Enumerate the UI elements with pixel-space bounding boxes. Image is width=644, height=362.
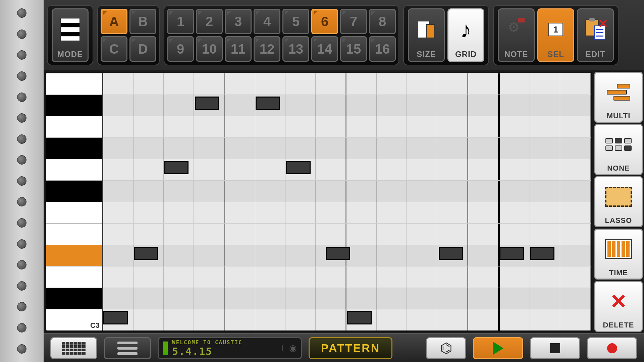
note-block[interactable] — [164, 161, 189, 174]
display-value: 5.4.15 — [172, 346, 281, 357]
edit-button[interactable]: ✕ EDIT — [577, 8, 614, 62]
rail-dot[interactable] — [17, 29, 26, 39]
sel-button[interactable]: 1 SEL — [537, 8, 574, 62]
slot-button-5[interactable]: 5 — [282, 9, 309, 34]
bank-button-b[interactable]: B — [129, 9, 156, 34]
slot-button-11[interactable]: 11 — [225, 36, 252, 62]
slot-button-6[interactable]: 6 — [311, 9, 338, 34]
time-button[interactable]: TIME — [594, 229, 643, 280]
note-button[interactable]: ⚙ NOTE — [498, 8, 535, 62]
piano-key[interactable] — [46, 223, 102, 245]
piano-roll: C3 — [45, 72, 592, 332]
pattern-button[interactable]: PATTERN — [309, 337, 392, 359]
slot-button-4[interactable]: 4 — [254, 9, 280, 34]
note-grid[interactable] — [103, 73, 591, 330]
rail-dot[interactable] — [17, 113, 26, 123]
size-button[interactable]: SIZE — [408, 8, 445, 62]
piano-keys-column: C3 — [46, 73, 103, 330]
rail-dot[interactable] — [17, 93, 26, 102]
edit-label: EDIT — [586, 50, 605, 59]
slot-button-13[interactable]: 13 — [282, 36, 309, 62]
note-block[interactable] — [530, 247, 554, 260]
note-block[interactable] — [326, 247, 350, 260]
mode-button[interactable]: MODE — [52, 8, 89, 62]
piano-key[interactable]: C3 — [46, 309, 102, 330]
piano-key[interactable] — [46, 159, 102, 180]
size-icon — [418, 21, 435, 38]
delete-button[interactable]: ✕ DELETE — [594, 281, 643, 332]
piano-key[interactable] — [46, 202, 102, 223]
mode-label: MODE — [57, 50, 83, 59]
slot-button-12[interactable]: 12 — [254, 36, 280, 62]
rail-dot[interactable] — [17, 134, 26, 144]
rail-dot[interactable] — [17, 281, 26, 291]
play-button[interactable] — [473, 337, 523, 359]
menu-button[interactable] — [104, 337, 151, 359]
display-status-icons: ⧙ ◉ — [281, 343, 297, 353]
slot-button-14[interactable]: 14 — [311, 36, 338, 62]
time-icon — [605, 239, 632, 259]
piano-key[interactable] — [46, 266, 102, 288]
note-block[interactable] — [195, 97, 219, 110]
note-block[interactable] — [347, 311, 372, 324]
bank-button-c[interactable]: C — [101, 36, 127, 62]
rail-dot[interactable] — [17, 323, 26, 333]
piano-key[interactable] — [46, 288, 102, 309]
slot-button-9[interactable]: 9 — [167, 36, 194, 62]
rail-dot[interactable] — [17, 176, 26, 186]
bank-grid: ABCD — [101, 9, 156, 62]
multi-icon — [607, 84, 630, 101]
level-meter — [163, 341, 168, 355]
stop-button[interactable] — [530, 337, 580, 359]
slot-button-10[interactable]: 10 — [196, 36, 223, 62]
note-block[interactable] — [103, 311, 128, 324]
slot-button-8[interactable]: 8 — [369, 9, 396, 34]
grid-icon — [62, 342, 86, 355]
lasso-button[interactable]: LASSO — [594, 176, 643, 227]
bank-button-a[interactable]: A — [101, 9, 127, 34]
slot-button-3[interactable]: 3 — [225, 9, 252, 34]
grid-button[interactable]: ♪ GRID — [447, 8, 484, 62]
slot-button-7[interactable]: 7 — [340, 9, 367, 34]
rail-dot[interactable] — [17, 302, 26, 311]
metronome-button[interactable]: ⌬ — [426, 337, 466, 359]
note-block[interactable] — [286, 161, 311, 174]
piano-key[interactable] — [46, 137, 102, 159]
slot-button-2[interactable]: 2 — [196, 9, 223, 34]
time-label: TIME — [609, 268, 628, 277]
rail-dot[interactable] — [17, 260, 26, 269]
lasso-icon — [605, 187, 632, 207]
note-block[interactable] — [134, 247, 158, 260]
none-label: NONE — [607, 164, 630, 173]
rail-dot[interactable] — [17, 155, 26, 165]
note-block[interactable] — [499, 247, 524, 260]
slot-button-1[interactable]: 1 — [167, 9, 194, 34]
right-tools: MULTI NONE LASSO TIME ✕ DELETE — [592, 72, 643, 332]
rail-dot[interactable] — [17, 344, 26, 354]
piano-key[interactable] — [46, 95, 102, 116]
size-label: SIZE — [417, 50, 436, 59]
note-block[interactable] — [256, 97, 280, 110]
none-button[interactable]: NONE — [594, 124, 643, 175]
main-area: MODE ABCD 12345678910111213141516 SIZE ♪… — [44, 0, 644, 362]
rail-dot[interactable] — [17, 239, 26, 249]
piano-key[interactable] — [46, 73, 102, 95]
slot-button-16[interactable]: 16 — [369, 36, 396, 62]
display-panel[interactable]: WELCOME TO CAUSTIC 5.4.15 ⧙ ◉ — [158, 337, 302, 359]
multi-button[interactable]: MULTI — [594, 72, 643, 123]
slot-button-15[interactable]: 15 — [340, 36, 367, 62]
rail-dot[interactable] — [17, 218, 26, 228]
piano-key[interactable] — [46, 245, 102, 266]
record-button[interactable] — [587, 337, 637, 359]
piano-key[interactable] — [46, 116, 102, 137]
rail-dot[interactable] — [17, 71, 26, 81]
bottom-bar: WELCOME TO CAUSTIC 5.4.15 ⧙ ◉ PATTERN ⌬ — [44, 333, 644, 362]
rail-dot[interactable] — [17, 197, 26, 206]
piano-key[interactable] — [46, 180, 102, 202]
bank-button-d[interactable]: D — [129, 36, 156, 62]
note-block[interactable] — [439, 247, 463, 260]
note-label: NOTE — [504, 50, 528, 59]
grid-view-button[interactable] — [50, 337, 97, 359]
rail-dot[interactable] — [17, 50, 26, 60]
rail-dot[interactable] — [17, 8, 26, 18]
